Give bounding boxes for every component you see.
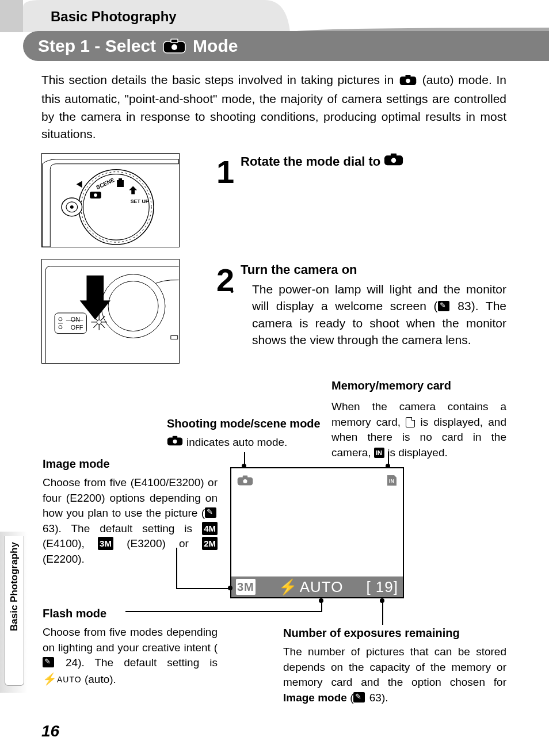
flash-auto-text: AUTO xyxy=(57,675,82,684)
step-1-title-text: Rotate the mode dial to xyxy=(241,153,380,171)
badge-4m: 4M xyxy=(202,522,218,535)
svg-point-8 xyxy=(83,174,150,240)
lcd-image-mode: 3M xyxy=(236,579,256,595)
flash-text-a: Choose from five modes depending on ligh… xyxy=(43,626,218,654)
exposures-title: Number of exposures remaining xyxy=(283,625,506,641)
step-2-body: • The power-on lamp will light and the m… xyxy=(241,281,506,349)
camera-auto-icon xyxy=(163,39,186,54)
step-title-bar: Step 1 - Select Mode xyxy=(23,31,549,61)
callout-line xyxy=(176,588,231,589)
side-tab: Basic Photography xyxy=(5,536,24,686)
svg-point-11 xyxy=(94,193,97,197)
image-ref: 63 xyxy=(43,522,55,534)
svg-rect-1 xyxy=(171,39,178,43)
lcd-flash-text: AUTO xyxy=(300,576,344,597)
svg-rect-28 xyxy=(171,336,178,339)
intro-text-a: This section details the basic steps inv… xyxy=(41,73,398,86)
memory-card-title: Memory/memory card xyxy=(331,377,506,394)
lcd-memory-icon: IN xyxy=(387,474,397,490)
svg-point-5 xyxy=(406,79,410,83)
bullet-icon: • xyxy=(230,285,234,299)
svg-point-14 xyxy=(70,205,74,209)
lcd-flash-mode: ⚡AUTO xyxy=(279,576,344,597)
exp-ref: 63 xyxy=(366,692,381,704)
svg-rect-33 xyxy=(173,436,177,438)
flash-mode-label: Flash mode Choose from five modes depend… xyxy=(43,605,218,687)
memory-card-outline-icon xyxy=(406,417,415,427)
camera-auto-icon xyxy=(399,73,417,90)
reference-icon xyxy=(353,692,365,702)
svg-rect-30 xyxy=(391,154,396,156)
dial-setup-label: SET UP xyxy=(131,198,149,204)
power-switch-illustration: ON OFF xyxy=(41,259,180,364)
step-2-title: Turn the camera on xyxy=(241,261,357,279)
callout-dot xyxy=(386,464,390,468)
lcd-screen: IN 3M ⚡AUTO [ 19] xyxy=(230,467,404,598)
reference-icon xyxy=(438,301,449,311)
flash-bolt-icon: ⚡ xyxy=(43,673,57,685)
callout-dot xyxy=(380,598,384,603)
flash-bolt-icon: ⚡ xyxy=(279,576,298,597)
svg-rect-4 xyxy=(405,75,410,78)
memory-text-c: is displayed. xyxy=(384,446,448,459)
svg-point-2 xyxy=(171,44,177,50)
lcd-exposures-remaining: [ 19] xyxy=(366,576,398,597)
image-mode-title: Image mode xyxy=(43,456,218,472)
badge-2m: 2M xyxy=(202,537,218,550)
svg-rect-36 xyxy=(243,476,247,478)
svg-point-31 xyxy=(391,158,396,162)
exposures-remaining-label: Number of exposures remaining The number… xyxy=(283,625,506,705)
callout-line xyxy=(176,548,177,589)
image-text-d: (E3200) or xyxy=(113,537,202,549)
callout-dot xyxy=(242,464,246,468)
power-off-label: OFF xyxy=(71,324,83,331)
shooting-mode-title: Shooting mode/scene mode xyxy=(167,415,322,432)
badge-3m: 3M xyxy=(98,537,113,550)
svg-point-34 xyxy=(173,440,177,444)
svg-point-37 xyxy=(243,479,247,483)
shooting-mode-text: indicates auto mode. xyxy=(186,435,287,450)
flash-mode-title: Flash mode xyxy=(43,605,218,621)
reference-icon xyxy=(43,657,54,667)
flash-ref: 24 xyxy=(55,656,78,669)
page-number: 16 xyxy=(41,720,59,742)
svg-text:IN: IN xyxy=(389,478,394,484)
camera-auto-icon xyxy=(384,153,403,171)
flash-text-c: (auto). xyxy=(82,673,116,685)
shooting-mode-label: Shooting mode/scene mode indicates auto … xyxy=(167,415,322,450)
callout-line xyxy=(125,611,321,612)
callout-dot xyxy=(228,586,232,590)
exp-bold: Image mode xyxy=(283,692,347,704)
flash-text-b: ). The default setting is xyxy=(78,656,218,669)
exp-text-b: ( xyxy=(347,692,354,704)
image-text-e: (E2200). xyxy=(43,553,85,565)
step-1-title: Rotate the mode dial to xyxy=(241,153,403,171)
image-text-b: ). The default setting is xyxy=(55,522,202,534)
breadcrumb-tab: Basic Photography xyxy=(51,7,177,26)
lcd-status-bar: 3M ⚡AUTO [ 19] xyxy=(231,576,403,597)
power-on-label: ON xyxy=(71,316,80,323)
reference-icon xyxy=(205,507,216,518)
exp-text-c: ). xyxy=(382,692,388,704)
exp-text-a: The number of pictures that can be store… xyxy=(283,646,506,688)
callout-line xyxy=(382,600,383,625)
step-2-ref: 83 xyxy=(451,299,471,312)
mode-dial-illustration: SCENE SET UP xyxy=(41,153,180,247)
callout-dot xyxy=(319,598,323,603)
image-mode-label: Image mode Choose from five (E4100/E3200… xyxy=(43,456,218,567)
image-text-c: (E4100), xyxy=(43,537,98,549)
image-text-a: Choose from five (E4100/E3200) or four (… xyxy=(43,476,218,519)
step-title-suffix: Mode xyxy=(193,34,238,58)
intro-paragraph: This section details the basic steps inv… xyxy=(41,71,506,143)
step-title-prefix: Step 1 - Select xyxy=(38,34,156,58)
camera-auto-icon xyxy=(167,435,183,450)
lcd-camera-icon xyxy=(237,474,253,490)
internal-memory-icon xyxy=(374,448,384,458)
svg-point-22 xyxy=(97,320,101,324)
memory-card-label: Memory/memory card When the camera conta… xyxy=(331,377,506,460)
step-1-number: 1 xyxy=(216,150,234,194)
svg-point-17 xyxy=(108,281,158,331)
